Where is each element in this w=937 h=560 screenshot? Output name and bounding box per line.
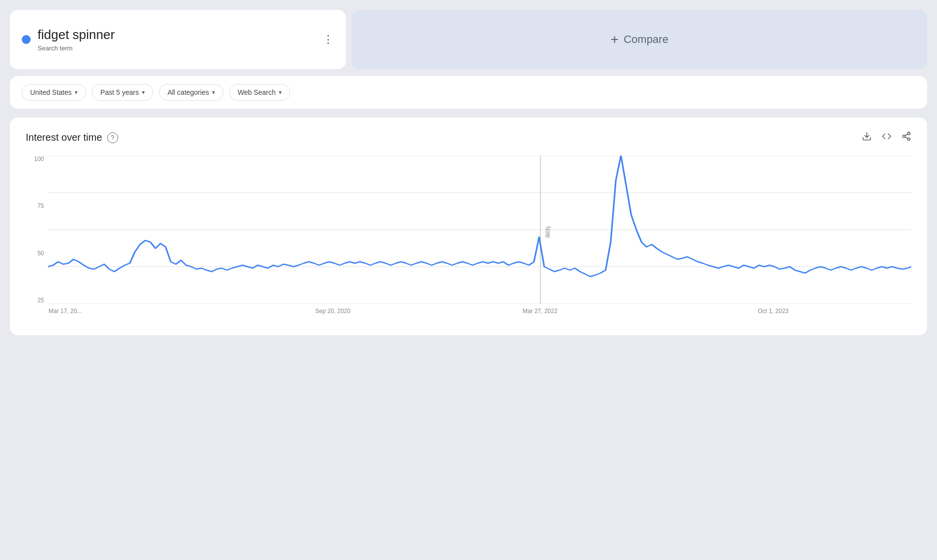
y-label-75: 75 [38, 202, 44, 209]
time-filter[interactable]: Past 5 years ▾ [92, 84, 153, 101]
svg-text:Note: Note [544, 226, 552, 238]
search-dot [22, 35, 31, 44]
filters-bar: United States ▾ Past 5 years ▾ All categ… [10, 76, 927, 109]
search-term-info: fidget spinner Search term [38, 27, 115, 51]
svg-line-4 [905, 137, 908, 138]
help-icon[interactable]: ? [107, 132, 118, 143]
chart-actions [862, 131, 911, 144]
type-filter[interactable]: Web Search ▾ [229, 84, 290, 101]
search-term-title: fidget spinner [38, 27, 115, 42]
more-options-button[interactable]: ⋮ [323, 33, 334, 46]
category-label: All categories [168, 88, 209, 96]
region-filter[interactable]: United States ▾ [22, 84, 86, 101]
time-label: Past 5 years [100, 88, 139, 96]
compare-plus-icon: + [611, 32, 619, 47]
x-label-4: Oct 1, 2023 [758, 308, 788, 315]
chart-header: Interest over time ? [26, 131, 911, 144]
x-label-3: Mar 27, 2022 [522, 308, 557, 315]
x-axis: Mar 17, 20... Sep 20, 2020 Mar 27, 2022 … [48, 304, 911, 323]
category-chevron-icon: ▾ [212, 89, 215, 96]
x-label-1: Mar 17, 20... [48, 308, 82, 315]
region-label: United States [30, 88, 72, 96]
chart-card: Interest over time ? [10, 118, 927, 335]
y-label-25: 25 [38, 297, 44, 304]
time-chevron-icon: ▾ [142, 89, 145, 96]
chart-title-row: Interest over time ? [26, 132, 118, 143]
x-label-2: Sep 20, 2020 [315, 308, 350, 315]
svg-line-5 [905, 134, 908, 135]
download-icon[interactable] [862, 131, 872, 144]
search-term-subtitle: Search term [38, 44, 115, 52]
embed-icon[interactable] [882, 131, 892, 144]
search-card: fidget spinner Search term ⋮ [10, 10, 346, 69]
category-filter[interactable]: All categories ▾ [159, 84, 223, 101]
y-label-50: 50 [38, 250, 44, 257]
chart-body: Note [48, 156, 911, 304]
chart-title: Interest over time [26, 132, 102, 143]
compare-label: Compare [624, 33, 668, 46]
y-axis: 100 75 50 25 [26, 156, 48, 304]
share-icon[interactable] [901, 131, 911, 144]
y-label-100: 100 [34, 156, 44, 162]
chart-area: 100 75 50 25 Note [26, 156, 911, 323]
compare-inner: + Compare [611, 32, 669, 47]
type-chevron-icon: ▾ [279, 89, 282, 96]
search-card-left: fidget spinner Search term [22, 27, 115, 51]
trend-svg: Note [48, 156, 911, 304]
region-chevron-icon: ▾ [75, 89, 78, 96]
type-label: Web Search [238, 88, 276, 96]
compare-card[interactable]: + Compare [352, 10, 927, 69]
